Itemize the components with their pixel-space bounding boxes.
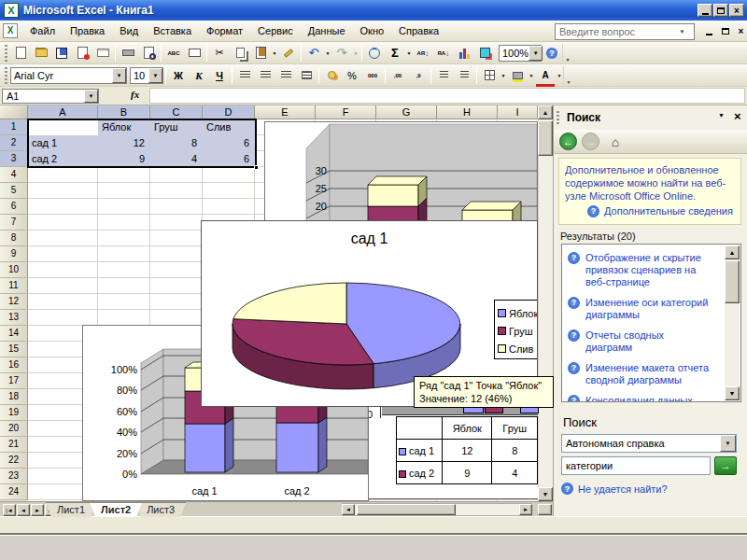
cell-D1[interactable]: Слив [204, 119, 254, 135]
home-button[interactable]: ⌂ [606, 133, 625, 150]
name-box[interactable]: A1▼ [2, 89, 99, 104]
search-scope-combo[interactable]: Автономная справка▼ [561, 434, 737, 453]
save-button[interactable] [52, 45, 71, 62]
search-query-input[interactable]: категории [561, 456, 711, 475]
col-header-F[interactable]: F [316, 105, 376, 119]
row-header-17[interactable]: 17 [0, 373, 28, 389]
menu-item-Правка[interactable]: Правка [63, 22, 112, 39]
menu-item-Файл[interactable]: Файл [22, 22, 63, 39]
cell-C3[interactable]: 4 [150, 151, 200, 167]
menu-item-Сервис[interactable]: Сервис [250, 22, 301, 39]
cell-A3[interactable]: сад 2 [29, 151, 97, 167]
col-header-A[interactable]: A [28, 105, 98, 119]
result-link[interactable]: Изменение оси категорий диаграммы [585, 297, 710, 321]
toolbar-grip[interactable] [5, 45, 7, 62]
drawing-button[interactable] [475, 45, 494, 62]
menu-item-Окно[interactable]: Окно [353, 22, 392, 39]
col-header-H[interactable]: H [437, 105, 498, 119]
toolbar-options-button[interactable]: ▼ [562, 44, 572, 63]
toolbar-grip[interactable] [5, 67, 7, 84]
chevron-down-icon[interactable]: ▼ [675, 24, 689, 39]
formula-input[interactable] [149, 88, 745, 104]
font-size-combo[interactable]: 10▼ [130, 67, 163, 84]
cell-B3[interactable]: 9 [98, 151, 148, 167]
select-all-corner[interactable] [0, 105, 28, 119]
row-header-11[interactable]: 11 [0, 278, 28, 294]
chevron-down-icon[interactable]: ▼ [112, 68, 126, 83]
info-link-row[interactable]: ?Дополнительные сведения [587, 204, 735, 217]
col-header-D[interactable]: D [203, 105, 255, 119]
result-link[interactable]: Отчеты сводных диаграмм [585, 329, 710, 354]
row-header-1[interactable]: 1 [0, 119, 28, 135]
row-header-14[interactable]: 14 [0, 326, 28, 342]
col-header-B[interactable]: B [98, 105, 150, 119]
undo-dropdown[interactable]: ▼ [324, 50, 331, 56]
menu-item-Вид[interactable]: Вид [112, 22, 146, 39]
font-name-combo[interactable]: Arial Cyr▼ [10, 67, 127, 84]
cell-D3[interactable]: 6 [203, 151, 252, 167]
results-scroll-thumb[interactable] [725, 260, 740, 303]
restore-button[interactable] [713, 4, 728, 17]
borders-dropdown[interactable]: ▼ [500, 73, 507, 78]
forward-button[interactable]: → [582, 133, 599, 150]
fill-color-button[interactable] [508, 67, 527, 84]
chart-3d-clustered-column[interactable]: 0 Яблок Груш сад 1 12 8 сад 2 9 [364, 407, 538, 499]
close-button[interactable]: × [729, 4, 744, 17]
vertical-scrollbar[interactable] [538, 105, 553, 501]
row-header-19[interactable]: 19 [0, 405, 28, 421]
format-painter-button[interactable] [279, 45, 298, 62]
copy-button[interactable] [231, 45, 249, 62]
row-header-23[interactable]: 23 [0, 469, 28, 484]
back-button[interactable]: ← [559, 133, 577, 150]
redo-dropdown[interactable]: ▼ [352, 50, 359, 56]
not-found-row[interactable]: ?Не удается найти? [561, 483, 668, 495]
percent-button[interactable]: % [343, 67, 361, 84]
paste-dropdown[interactable]: ▼ [271, 50, 278, 56]
row-header-3[interactable]: 3 [0, 151, 28, 167]
row-header-24[interactable]: 24 [0, 484, 28, 500]
redo-button[interactable]: ↷ [332, 45, 351, 62]
result-link[interactable]: Отображение и скрытие привязок сценариев… [585, 252, 710, 288]
scroll-right-button[interactable]: ► [519, 504, 532, 515]
cell-B2[interactable]: 12 [98, 135, 148, 151]
new-button[interactable] [11, 45, 30, 62]
hyperlink-button[interactable] [365, 45, 384, 62]
sheet-tab-Лист1[interactable]: Лист1 [46, 502, 96, 517]
result-link[interactable]: Консолидация данных [585, 395, 693, 402]
sort-descending-button[interactable]: ЯА↓ [434, 45, 453, 62]
col-header-I[interactable]: I [498, 105, 538, 119]
fill-color-dropdown[interactable]: ▼ [528, 73, 535, 78]
doc-close-button[interactable]: × [734, 24, 747, 37]
open-button[interactable] [32, 45, 50, 62]
pane-grip[interactable] [557, 111, 559, 126]
align-left-button[interactable] [235, 67, 254, 84]
email-button[interactable] [93, 45, 112, 62]
toolbar-options-button[interactable]: ▼ [563, 66, 573, 85]
result-item[interactable]: ?Консолидация данных [568, 395, 710, 402]
align-right-button[interactable] [276, 67, 295, 84]
cut-button[interactable]: ✂ [210, 45, 229, 62]
not-found-link[interactable]: Не удается найти? [578, 483, 668, 495]
scroll-up-button[interactable]: ▲ [538, 105, 553, 119]
underline-button[interactable]: Ч [210, 67, 229, 84]
row-header-9[interactable]: 9 [0, 246, 28, 262]
row-header-16[interactable]: 16 [0, 357, 28, 373]
prev-sheet-button[interactable]: ◄ [17, 504, 30, 516]
cell-A2[interactable]: сад 1 [29, 135, 97, 151]
result-link[interactable]: Изменение макета отчета сводной диаграмм… [585, 362, 710, 386]
result-item[interactable]: ?Изменение макета отчета сводной диаграм… [568, 362, 710, 386]
result-item[interactable]: ?Отображение и скрытие привязок сценарие… [568, 252, 710, 288]
cell-D2[interactable]: 6 [203, 135, 252, 151]
menu-item-Формат[interactable]: Формат [199, 22, 250, 39]
sheet-tab-Лист2[interactable]: Лист2 [90, 502, 142, 517]
col-header-C[interactable]: C [150, 105, 203, 119]
permission-button[interactable] [73, 45, 92, 62]
vertical-scroll-thumb[interactable] [538, 120, 553, 156]
fill-handle[interactable] [254, 165, 259, 170]
decrease-indent-button[interactable] [434, 67, 453, 84]
cell-C1[interactable]: Груш [151, 119, 203, 135]
sort-ascending-button[interactable]: АЯ↓ [414, 45, 432, 62]
scroll-up-button[interactable]: ▲ [725, 245, 740, 259]
search-go-button[interactable]: → [714, 456, 737, 475]
spelling-button[interactable]: ABC [164, 45, 183, 62]
